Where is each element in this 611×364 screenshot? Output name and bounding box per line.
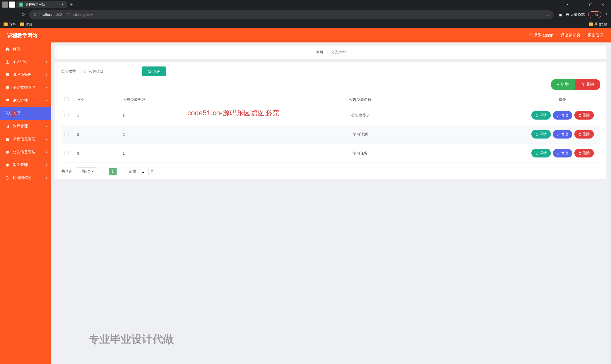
sidebar-item-label: 学生管理	[13, 163, 28, 167]
sidebar-item-admin[interactable]: 管理员管理 ▾	[0, 68, 51, 81]
cell-name: 学习任务	[195, 144, 525, 163]
chevron-down-icon[interactable]: ⌄	[566, 2, 569, 8]
maximize-button[interactable]: ▢	[587, 2, 594, 8]
close-icon[interactable]: ×	[61, 2, 64, 7]
info-icon[interactable]: ⓘ	[33, 12, 36, 17]
home-icon	[5, 47, 10, 51]
pagination: 共 3 条 10条/页 ▾ ‹ 1 › 前往 页	[61, 167, 600, 175]
update-button[interactable]: 更新	[588, 11, 601, 18]
search-input-wrap[interactable]	[80, 68, 138, 75]
sidebar-item-label: 基础数据管理	[13, 85, 35, 90]
close-window-button[interactable]: ✕	[599, 2, 606, 8]
chat-icon	[5, 98, 10, 103]
next-page-button[interactable]: ›	[120, 168, 125, 175]
sidebar-item-carousel[interactable]: 轮播图信息 ▾	[0, 171, 51, 184]
bookmark-item[interactable]: 资料	[4, 22, 16, 27]
sidebar-item-student[interactable]: 学生管理 ▾	[0, 158, 51, 171]
page-jump: 前往 页	[129, 168, 154, 175]
trash-icon	[581, 83, 585, 86]
page-number[interactable]: 1	[109, 168, 117, 175]
sidebar-item-course[interactable]: 课程信息管理 ▾	[0, 133, 51, 146]
forward-button[interactable]: →	[12, 11, 18, 18]
sidebar-item-home[interactable]: 首页	[0, 42, 51, 55]
minimize-button[interactable]: —	[574, 2, 582, 8]
content-card: 公告类型 查询 + 新增 删除	[55, 62, 606, 179]
trash-icon	[578, 133, 582, 136]
page-jump-input[interactable]	[138, 168, 149, 175]
detail-button[interactable]: 详情	[531, 130, 551, 139]
sidebar-item-forum-active[interactable]: 论坛管理	[0, 107, 51, 120]
edit-icon	[557, 152, 560, 155]
doc-icon	[535, 133, 539, 136]
user-label[interactable]: 管理员 admin	[529, 33, 553, 38]
row-actions: 详情 修改 删除	[528, 130, 597, 139]
more-icon[interactable]: ⋮	[605, 13, 608, 17]
delete-button[interactable]: 删除	[574, 111, 594, 120]
tab-bar: V 课程教学网站 × + ⌄ — ▢ ✕	[0, 0, 611, 9]
star-icon[interactable]: ☆	[546, 12, 550, 17]
folder-icon	[589, 22, 593, 26]
svg-rect-6	[6, 138, 9, 141]
delete-all-button[interactable]: 删除	[575, 79, 600, 90]
table-row: 3 1 学习任务 详情 修改 删除	[61, 144, 600, 163]
cell-code: 1	[120, 144, 195, 163]
svg-point-10	[84, 70, 86, 72]
search-input[interactable]	[89, 70, 136, 74]
back-button[interactable]: ←	[3, 11, 9, 18]
breadcrumb-sep: /	[326, 50, 328, 54]
edit-button[interactable]: 修改	[553, 111, 572, 120]
detail-button[interactable]: 详情	[531, 111, 551, 120]
row-checkbox[interactable]	[64, 151, 69, 155]
incognito-icon: 🕶	[565, 13, 569, 17]
extensions-icon[interactable]: ▣	[559, 13, 562, 17]
select-all-checkbox[interactable]	[64, 97, 69, 101]
chevron-down-icon: ▾	[46, 176, 47, 179]
chevron-down-icon: ▾	[46, 150, 47, 154]
edit-icon	[557, 114, 560, 117]
search-button[interactable]: 查询	[142, 66, 166, 76]
row-checkbox[interactable]	[64, 132, 69, 136]
breadcrumb-current: 公告类型	[331, 50, 346, 54]
detail-button[interactable]: 详情	[531, 149, 551, 157]
prev-page-button[interactable]: ‹	[100, 168, 105, 175]
header-right: 管理员 admin 退出到前台 退出登录	[529, 33, 604, 38]
sidebar-item-notice[interactable]: 公告信息管理 ▾	[0, 146, 51, 158]
row-checkbox[interactable]	[64, 113, 69, 117]
browser-tab[interactable]: V 课程教学网站 ×	[16, 1, 67, 8]
search-label: 公告类型	[61, 69, 77, 74]
edit-button[interactable]: 修改	[553, 149, 572, 157]
new-tab-button[interactable]: +	[68, 2, 75, 8]
user-icon	[5, 60, 10, 64]
chevron-down-icon: ▾	[92, 169, 94, 173]
add-button[interactable]: + 新增	[551, 79, 575, 90]
th-code: 公告类型编码	[120, 94, 195, 106]
os-icon	[2, 2, 8, 8]
sidebar-item-label: 首页	[13, 47, 20, 51]
sidebar-item-label: 管理员管理	[13, 72, 32, 77]
bookmark-item[interactable]: 常用	[20, 22, 32, 27]
delete-button[interactable]: 删除	[574, 149, 594, 157]
sidebar-item-forum[interactable]: 论坛管理 ▾	[0, 94, 51, 107]
sidebar-item-profile[interactable]: 个人中心 ▾	[0, 55, 51, 68]
admin-icon	[5, 73, 10, 77]
tab-title: 课程教学网站	[25, 2, 45, 7]
edit-icon	[557, 133, 560, 136]
edit-button[interactable]: 修改	[553, 130, 572, 139]
sidebar-item-label: 教师管理	[13, 124, 28, 129]
logout-link[interactable]: 退出登录	[588, 33, 604, 38]
exit-to-front-link[interactable]: 退出到前台	[560, 33, 581, 38]
chevron-down-icon: ▾	[46, 73, 47, 76]
reload-button[interactable]: ⟳	[21, 11, 27, 18]
pagination-total: 共 3 条	[61, 169, 73, 174]
cell-code: 3	[120, 106, 195, 125]
svg-rect-5	[8, 125, 9, 128]
cell-index: 1	[74, 106, 120, 125]
page-size-select[interactable]: 10条/页 ▾	[76, 167, 96, 175]
breadcrumb-home[interactable]: 首页	[316, 50, 323, 54]
address-bar[interactable]: ⓘ localhost:8081/#/dictionaryNews ☆	[29, 10, 554, 19]
sidebar-item-teacher[interactable]: 教师管理 ▾	[0, 120, 51, 133]
delete-button[interactable]: 删除	[574, 130, 594, 139]
th-index: 索引	[74, 94, 120, 106]
sidebar-item-basedata[interactable]: 基础数据管理 ▾	[0, 81, 51, 94]
bookmark-other[interactable]: 其他书签	[589, 22, 607, 27]
